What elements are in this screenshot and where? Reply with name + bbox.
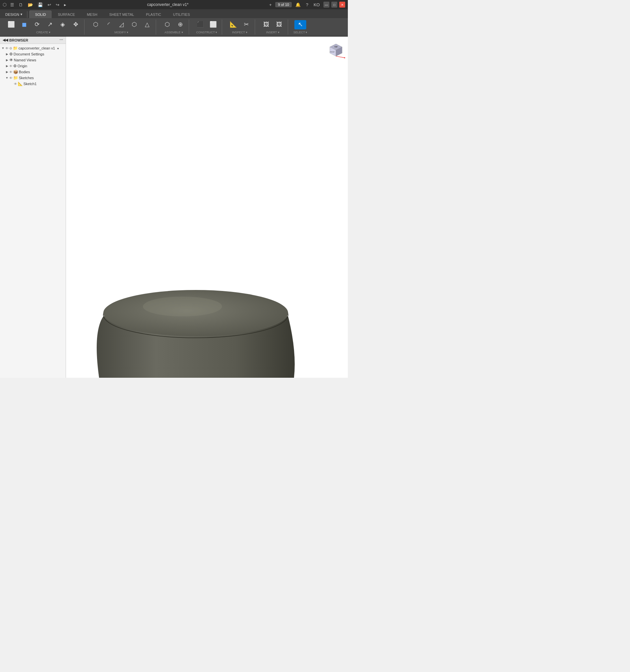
eye-icon-bodies[interactable]: 👁 <box>9 70 13 74</box>
measure-btn[interactable]: 📐 <box>227 20 239 29</box>
shell-btn[interactable]: ⬡ <box>129 20 140 29</box>
press-pull-btn[interactable]: ⬡ <box>90 20 102 29</box>
folder-icon-root: 📁 <box>13 46 18 50</box>
main-layout: ◀◀ BROWSER ⋯ ▼ 👁 ⚙ 📁 capconverter_clean … <box>0 37 348 378</box>
help-btn[interactable]: ? <box>304 2 310 8</box>
tree-item-sketches[interactable]: ▼ 👁 📁 Sketches <box>0 75 66 81</box>
insert-icon: 🖼 <box>263 21 269 27</box>
tab-solid[interactable]: SOLID <box>29 10 51 18</box>
midplane-icon: ⬜ <box>210 21 217 27</box>
sweep-btn[interactable]: ↗ <box>44 20 56 29</box>
tree-label-bodies: Bodies <box>19 70 30 74</box>
toolbar-area: DESIGN ▾ SOLID SURFACE MESH SHEET METAL … <box>0 9 348 37</box>
3d-viewport[interactable]: TOP FRONT <box>66 37 348 378</box>
select-btn[interactable]: ↖ <box>295 20 306 29</box>
insert-group-label: INSERT ▾ <box>266 31 279 34</box>
fillet-btn[interactable]: ◜ <box>103 20 115 29</box>
document-title: capconverter_clean v1* <box>70 2 266 7</box>
bodies-icon: 📦 <box>13 70 18 74</box>
new-component-btn[interactable]: ⬜ <box>5 20 17 29</box>
sketch-icon: 📐 <box>18 81 23 86</box>
tree-item-bodies[interactable]: ▶ 👁 📦 Bodies <box>0 69 66 75</box>
notification-btn[interactable]: 🔔 <box>294 2 302 8</box>
ribbon-group-inspect: 📐 ✂ INSPECT ▾ <box>225 20 255 34</box>
tree-arrow-sketches: ▼ <box>5 76 8 79</box>
component-icon: ⬡ <box>165 21 170 27</box>
midplane-btn[interactable]: ⬜ <box>207 20 219 29</box>
ribbon-group-modify: ⬡ ◜ ◿ ⬡ △ MODIFY ▾ <box>87 20 156 34</box>
3d-object <box>84 217 308 378</box>
tab-plastic[interactable]: PLASTIC <box>140 10 167 18</box>
browser-title: BROWSER <box>9 38 28 42</box>
decal-btn[interactable]: 🖼 <box>273 20 285 29</box>
browser-collapse-btn[interactable]: ◀◀ <box>3 38 8 42</box>
minimize-btn[interactable]: — <box>323 2 329 7</box>
extrude-btn[interactable]: ◼ <box>18 20 30 29</box>
select-icon: ↖ <box>298 21 303 27</box>
inspect-group-label: INSPECT ▾ <box>232 31 247 34</box>
eye-icon-sketches[interactable]: 👁 <box>9 76 13 80</box>
eye-icon-root[interactable]: 👁 <box>5 47 8 50</box>
tree-item-root[interactable]: ▼ 👁 ⚙ 📁 capconverter_clean v1 ● <box>0 45 66 51</box>
sweep-icon: ↗ <box>48 21 52 27</box>
undo-btn[interactable]: ↩ <box>46 2 53 8</box>
browser-tree: ▼ 👁 ⚙ 📁 capconverter_clean v1 ● ▶ ⚙ Docu… <box>0 44 66 378</box>
select-group-label: SELECT ▾ <box>294 31 307 34</box>
tab-sheet-metal[interactable]: SHEET METAL <box>103 10 140 18</box>
insert-mesh-btn[interactable]: 🖼 <box>260 20 272 29</box>
svg-point-11 <box>344 57 345 58</box>
maximize-btn[interactable]: □ <box>331 2 337 7</box>
tree-label-origin: Origin <box>18 64 27 68</box>
design-menu[interactable]: DESIGN ▾ <box>3 11 25 18</box>
tree-arrow-views: ▶ <box>5 58 8 62</box>
assemble-group-label: ASSEMBLE ▾ <box>164 31 183 34</box>
section-btn[interactable]: ✂ <box>240 20 252 29</box>
close-btn[interactable]: ✕ <box>339 2 345 7</box>
revolve-btn[interactable]: ⟳ <box>31 20 43 29</box>
browser-settings-btn[interactable]: ⋯ <box>60 38 63 42</box>
new-btn[interactable]: 🗋 <box>17 2 25 8</box>
open-btn[interactable]: 📂 <box>26 2 34 8</box>
more-modify-btn[interactable]: △ <box>141 20 153 29</box>
more-btn[interactable]: ▸ <box>62 2 68 8</box>
tree-item-sketch1[interactable]: 👁 📐 Sketch1 <box>0 81 66 87</box>
tree-label-sketch1: Sketch1 <box>23 82 37 86</box>
tree-arrow-origin: ▶ <box>5 64 8 68</box>
decal-icon: 🖼 <box>276 21 282 27</box>
svg-line-8 <box>336 56 345 58</box>
loft-btn[interactable]: ◈ <box>57 20 69 29</box>
tree-item-named-views[interactable]: ▶ 👁 Named Views <box>0 57 66 63</box>
tab-counter: 9 of 10 <box>275 2 292 7</box>
tab-surface[interactable]: SURFACE <box>52 10 80 18</box>
ribbon-group-create: ⬜ ◼ ⟳ ↗ ◈ ✥ CREATE ▾ <box>3 20 85 34</box>
tree-label-doc: Document Settings <box>14 52 44 56</box>
eye-icon-origin[interactable]: 👁 <box>9 64 13 68</box>
user-btn[interactable]: KO <box>312 2 322 8</box>
add-tab-btn[interactable]: + <box>267 2 274 8</box>
dot-icon-root[interactable]: ⚙ <box>9 47 12 50</box>
more-create-btn[interactable]: ✥ <box>70 20 81 29</box>
tree-arrow-bodies: ▶ <box>5 70 8 74</box>
new-component-asm-btn[interactable]: ⬡ <box>161 20 173 29</box>
app-icon: ⬡ <box>3 2 7 7</box>
joint-icon: ⊕ <box>178 21 183 27</box>
tree-label-sketches: Sketches <box>19 76 34 80</box>
fillet-icon: ◜ <box>108 21 110 27</box>
tab-mesh[interactable]: MESH <box>81 10 103 18</box>
file-menu[interactable]: ☰ <box>8 2 16 8</box>
view-cube[interactable]: TOP FRONT <box>327 39 345 59</box>
draft-icon: △ <box>145 21 149 27</box>
root-active-icon: ● <box>57 47 59 50</box>
ribbon-group-construct: ⬛ ⬜ CONSTRUCT ▾ <box>192 20 222 34</box>
redo-btn[interactable]: ↪ <box>54 2 61 8</box>
extrude-icon: ◼ <box>22 21 27 27</box>
chamfer-icon: ◿ <box>119 21 124 27</box>
eye-icon-sketch1[interactable]: 👁 <box>14 82 17 86</box>
tree-item-doc-settings[interactable]: ▶ ⚙ Document Settings <box>0 51 66 57</box>
save-btn[interactable]: 💾 <box>36 2 45 8</box>
tree-item-origin[interactable]: ▶ 👁 ⚙ Origin <box>0 63 66 69</box>
tab-utilities[interactable]: UTILITIES <box>167 10 195 18</box>
chamfer-btn[interactable]: ◿ <box>116 20 127 29</box>
joint-btn[interactable]: ⊕ <box>174 20 186 29</box>
offset-plane-btn[interactable]: ⬛ <box>194 20 206 29</box>
